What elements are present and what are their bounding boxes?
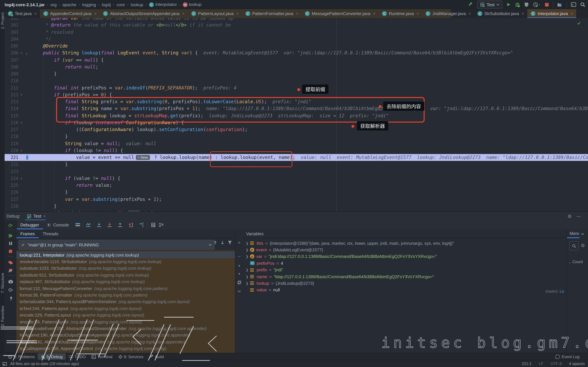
- layout-settings-icon[interactable]: [159, 223, 164, 227]
- frame-row[interactable]: toText:244, PatternLayout(org.apache.log…: [17, 305, 238, 312]
- code-editor[interactable]: 201 * @param var the name of the variabl…: [5, 18, 588, 211]
- editor-tab-test[interactable]: CTest.java×: [5, 9, 40, 18]
- line-number[interactable]: 216: [5, 119, 18, 126]
- code-line[interactable]: 217 ((ConfigurationAware) lookup).setCon…: [5, 126, 588, 133]
- line-number[interactable]: 219: [5, 140, 18, 147]
- line-number[interactable]: 205: [5, 43, 18, 50]
- line-number[interactable]: 220: [5, 147, 18, 154]
- step-out-icon[interactable]: [118, 222, 122, 227]
- step-over-icon[interactable]: [97, 222, 101, 227]
- code-line[interactable]: 219 String value = null; value: null: [5, 140, 588, 147]
- tool-window-project[interactable]: 1: Project: [0, 12, 5, 30]
- tab-console[interactable]: Console: [43, 220, 73, 229]
- evaluate-expression-icon[interactable]: [151, 222, 156, 227]
- breadcrumb-item[interactable]: apache: [62, 2, 77, 7]
- code-line[interactable]: 223: [5, 168, 588, 175]
- line-number[interactable]: 206: [5, 50, 18, 57]
- frame-row[interactable]: substitute:1033, StrSubstitutor(org.apac…: [17, 265, 238, 272]
- memory-search-field[interactable]: [569, 241, 579, 250]
- line-number[interactable]: 210: [5, 77, 18, 84]
- close-icon[interactable]: ×: [182, 11, 185, 16]
- fold-marker[interactable]: ▾: [20, 119, 23, 126]
- code-line[interactable]: 228 }: [5, 203, 588, 210]
- line-number[interactable]: 228: [5, 203, 18, 210]
- mute-breakpoints-icon[interactable]: [5, 267, 17, 274]
- editor-tab-runtime[interactable]: CRuntime.java×: [379, 9, 422, 18]
- code-line[interactable]: 201 * @param var the name of the variabl…: [5, 18, 588, 22]
- code-line[interactable]: 205 @Override: [5, 43, 588, 50]
- close-icon[interactable]: ×: [296, 11, 298, 16]
- line-number[interactable]: 227: [5, 196, 18, 203]
- close-icon[interactable]: ×: [373, 11, 375, 16]
- breadcrumb-item[interactable]: log4j: [102, 2, 111, 7]
- line-number[interactable]: 215: [5, 112, 18, 119]
- drop-frame-icon[interactable]: [128, 222, 133, 227]
- line-number[interactable]: 221: [5, 154, 18, 161]
- project-structure-icon[interactable]: [557, 2, 563, 7]
- pause-icon[interactable]: [5, 240, 17, 247]
- expand-icon[interactable]: ❯: [245, 241, 249, 245]
- frame-row[interactable]: substitute:912, StrSubstitutor(org.apach…: [17, 272, 238, 278]
- variable-row[interactable]: ❯pevent={MutableLogEvent@1577}: [243, 247, 567, 253]
- line-number[interactable]: 201: [5, 18, 18, 22]
- breadcrumb-item[interactable]: CInterpolator: [149, 2, 177, 7]
- show-execution-point-icon[interactable]: [86, 223, 91, 227]
- tool-window-structure[interactable]: 7: Structure: [0, 273, 5, 295]
- copy-stack-icon[interactable]: [235, 279, 243, 286]
- load-classes-link[interactable]: Lo: [560, 289, 564, 294]
- close-icon[interactable]: ×: [571, 11, 573, 16]
- code-line[interactable]: 203 * resolved: [5, 29, 588, 35]
- code-line[interactable]: 225 return value;: [5, 182, 588, 189]
- variable-row[interactable]: ❯this={Interpolator@1586} "{date, java, …: [243, 240, 567, 246]
- fold-marker[interactable]: ▾: [20, 92, 23, 98]
- remove-watch-icon[interactable]: −: [235, 253, 243, 259]
- expand-icon[interactable]: ❯: [245, 248, 249, 252]
- code-line[interactable]: 220▾ if (lookup != null) {: [5, 147, 588, 154]
- stop-debug-icon[interactable]: [5, 248, 17, 255]
- breadcrumb-item[interactable]: logging: [82, 2, 96, 7]
- code-line[interactable]: 221 value = event == null= false ? looku…: [5, 154, 588, 161]
- line-number[interactable]: 222: [5, 161, 18, 168]
- event-log-button[interactable]: Event Log: [555, 353, 579, 360]
- code-line[interactable]: 202 * @return the value of this variable…: [5, 22, 588, 29]
- tab-frames[interactable]: Frames: [17, 229, 39, 238]
- close-icon[interactable]: ×: [34, 11, 37, 16]
- variable-row[interactable]: ❯prefix="jndi": [243, 267, 567, 273]
- run-to-cursor-icon[interactable]: [139, 223, 144, 227]
- code-line[interactable]: 227 var = var.substring(prefixPos + 1);: [5, 196, 588, 203]
- line-number[interactable]: 211: [5, 84, 18, 91]
- line-number[interactable]: 208: [5, 64, 18, 70]
- frame-row[interactable]: lookup:221, Interpolator(org.apache.logg…: [17, 252, 238, 258]
- debug-icon[interactable]: [515, 2, 520, 7]
- breadcrumb-item[interactable]: core: [117, 2, 125, 7]
- code-line[interactable]: 224▾ if (value != null) {: [5, 175, 588, 182]
- editor-tab-strsubstitutor[interactable]: CStrSubstitutor.java×: [474, 9, 527, 18]
- code-line[interactable]: 218 }: [5, 133, 588, 140]
- line-number[interactable]: 217: [5, 126, 18, 133]
- profiler-icon[interactable]: [533, 2, 541, 7]
- restore-layout-icon[interactable]: [76, 223, 80, 227]
- close-icon[interactable]: ×: [43, 214, 46, 218]
- prev-frame-icon[interactable]: [213, 241, 217, 245]
- stop-icon[interactable]: [545, 2, 549, 7]
- line-number[interactable]: 203: [5, 29, 18, 35]
- editor-tab-patternlayout[interactable]: CPatternLayout.java×: [188, 9, 242, 18]
- line-separator[interactable]: LF: [539, 361, 543, 366]
- memory-tab[interactable]: Mem: [570, 231, 584, 236]
- close-icon[interactable]: ×: [522, 11, 524, 16]
- resume-icon[interactable]: [5, 232, 17, 239]
- variable-row[interactable]: ❯name="ldap://127.0.0.1:1389/Basic/Comma…: [243, 273, 567, 280]
- variable-row[interactable]: ❯pvar="jndi:ldap://127.0.0.1:1389/Basic/…: [243, 253, 567, 260]
- debug-session-tab[interactable]: Test ×: [24, 212, 49, 221]
- inspections-ok-icon[interactable]: ✔: [577, 21, 581, 26]
- code-line[interactable]: 208 return null;: [5, 64, 588, 70]
- breadcrumb-item[interactable]: mlookup: [183, 2, 201, 7]
- add-watch-icon[interactable]: +: [235, 239, 243, 246]
- expand-icon[interactable]: ❯: [245, 268, 249, 272]
- code-line[interactable]: 207 if (var == null) {: [5, 57, 588, 63]
- indent-config[interactable]: 4 spaces: [569, 361, 585, 366]
- run-anything-icon[interactable]: [571, 2, 576, 7]
- close-icon[interactable]: ×: [94, 11, 96, 16]
- hide-panel-icon[interactable]: —: [577, 214, 581, 218]
- editor-tab-patternformatter[interactable]: CPatternFormatter.java×: [242, 9, 302, 18]
